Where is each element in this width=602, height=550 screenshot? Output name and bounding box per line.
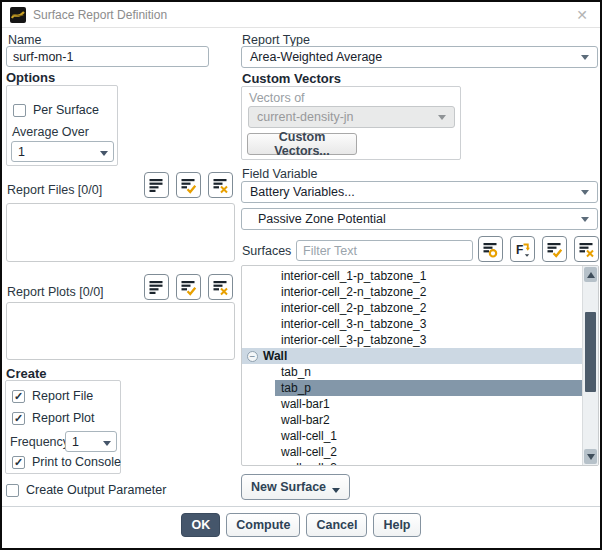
report-plot-label: Report Plot [32,411,95,425]
vectors-of-select: current-density-jn [248,106,455,128]
surface-item-row[interactable]: wall-cell_2 [242,444,582,460]
lines-check-icon [180,177,197,194]
surface-item-row[interactable]: interior-cell_3-p_tabzone_3 [242,332,582,348]
report-file-label: Report File [32,389,93,403]
custom-vectors-group: Vectors of current-density-jn Custom Vec… [241,86,461,160]
report-files-toolbar [144,172,233,198]
close-icon[interactable]: ✕ [572,8,592,22]
print-to-console-label: Print to Console [32,455,121,469]
report-files-list-button[interactable] [144,172,169,198]
create-title: Create [6,366,46,381]
surfaces-filter-input[interactable] [296,240,473,261]
frequency-stepper[interactable]: 1 [65,431,117,452]
surfaces-deselect-all-button[interactable] [574,236,599,262]
create-output-parameter-label: Create Output Parameter [26,483,166,497]
create-output-parameter-row: Create Output Parameter [6,483,166,497]
report-type-label: Report Type [242,33,310,47]
footer-buttons: OK Compute Cancel Help [2,513,600,537]
report-files-deselect-all-button[interactable] [208,172,233,198]
surface-report-definition-dialog: Surface Report Definition ✕ Name Options… [0,0,602,550]
frequency-value: 1 [72,435,79,449]
surface-item-row[interactable]: interior-cell_2-n_tabzone_2 [242,284,582,300]
filter-surfaces-button[interactable]: F [510,236,535,262]
surface-item-row[interactable]: wall-cell_3 [242,460,582,465]
surfaces-select-all-button[interactable] [542,236,567,262]
create-output-parameter-checkbox[interactable] [6,484,19,497]
average-over-stepper[interactable]: 1 [11,141,114,162]
surface-item-row[interactable]: interior-cell_2-p_tabzone_2 [242,300,582,316]
surface-item-row[interactable]: interior-cell_3-n_tabzone_3 [242,316,582,332]
surface-group-row[interactable]: −Wall [242,348,582,364]
scroll-up-icon[interactable] [584,267,597,282]
compute-button[interactable]: Compute [226,513,300,537]
report-plots-list-button[interactable] [144,274,169,300]
per-surface-row: Per Surface [13,103,99,117]
custom-vectors-button[interactable]: Custom Vectors... [247,133,357,155]
field-variable-label: Field Variable [242,167,318,181]
report-files-list[interactable] [6,203,235,262]
window-title: Surface Report Definition [33,8,167,22]
options-title: Options [6,70,55,85]
report-plot-checkbox[interactable]: ✓ [12,412,25,425]
help-button[interactable]: Help [373,513,420,537]
stepper-arrows[interactable] [103,432,111,451]
chevron-down-icon [581,190,589,195]
average-over-label: Average Over [12,125,89,139]
vectors-of-label: Vectors of [249,91,305,105]
surface-item-row[interactable]: tab_n [242,364,582,380]
report-file-checkbox[interactable]: ✓ [12,390,25,403]
report-plots-deselect-all-button[interactable] [208,274,233,300]
report-plot-row: ✓ Report Plot [12,411,95,425]
highlight-surfaces-button[interactable] [478,236,503,262]
field-category-value: Battery Variables... [250,185,355,199]
surface-item-row[interactable]: wall-cell_1 [242,428,582,444]
surface-group-label: Wall [263,348,287,364]
name-input[interactable] [6,46,209,67]
footer-divider [2,506,600,507]
print-to-console-row: ✓ Print to Console [12,455,121,469]
stepper-arrows[interactable] [100,142,108,161]
chevron-down-icon [332,488,340,493]
field-value: Passive Zone Potential [258,212,386,226]
lines-icon [148,279,165,296]
scroll-down-icon[interactable] [584,449,597,464]
report-plots-toolbar [144,274,233,300]
new-surface-label: New Surface [251,480,326,494]
report-type-value: Area-Weighted Average [250,50,382,64]
report-plots-label: Report Plots [0/0] [7,285,104,299]
cancel-button[interactable]: Cancel [306,513,367,537]
vectors-of-value: current-density-jn [257,110,354,124]
report-file-row: ✓ Report File [12,389,93,403]
lines-circle-icon [482,241,499,258]
lines-x-icon [212,177,229,194]
title-bar: Surface Report Definition ✕ [2,2,600,28]
per-surface-label: Per Surface [33,103,99,117]
new-surface-button[interactable]: New Surface [241,474,350,500]
chevron-down-icon [581,217,589,222]
surfaces-scrollbar[interactable] [582,266,598,465]
options-group: Per Surface Average Over 1 [6,85,118,166]
chevron-down-icon [438,115,446,120]
report-plots-select-all-button[interactable] [176,274,201,300]
surface-item-row[interactable]: tab_p [275,380,582,396]
field-value-select[interactable]: Passive Zone Potential [241,208,598,230]
report-type-select[interactable]: Area-Weighted Average [241,46,598,68]
collapse-minus-icon[interactable]: − [247,351,258,362]
scrollbar-thumb[interactable] [585,312,596,392]
print-to-console-checkbox[interactable]: ✓ [12,456,25,469]
surface-item-row[interactable]: wall-bar2 [242,412,582,428]
surfaces-label: Surfaces [242,244,291,258]
surfaces-list-items: interior-cell_1-p_tabzone_1interior-cell… [242,266,582,465]
svg-text:F: F [516,242,523,256]
ok-button[interactable]: OK [181,513,220,537]
field-category-select[interactable]: Battery Variables... [241,181,598,203]
lines-icon [148,177,165,194]
chevron-down-icon [581,55,589,60]
surface-item-row[interactable]: wall-bar1 [242,396,582,412]
average-over-value: 1 [18,145,25,159]
new-surface-wrap: New Surface [241,474,350,500]
surface-item-row[interactable]: interior-cell_1-p_tabzone_1 [242,268,582,284]
report-plots-list[interactable] [6,302,235,360]
report-files-select-all-button[interactable] [176,172,201,198]
per-surface-checkbox[interactable] [13,104,26,117]
